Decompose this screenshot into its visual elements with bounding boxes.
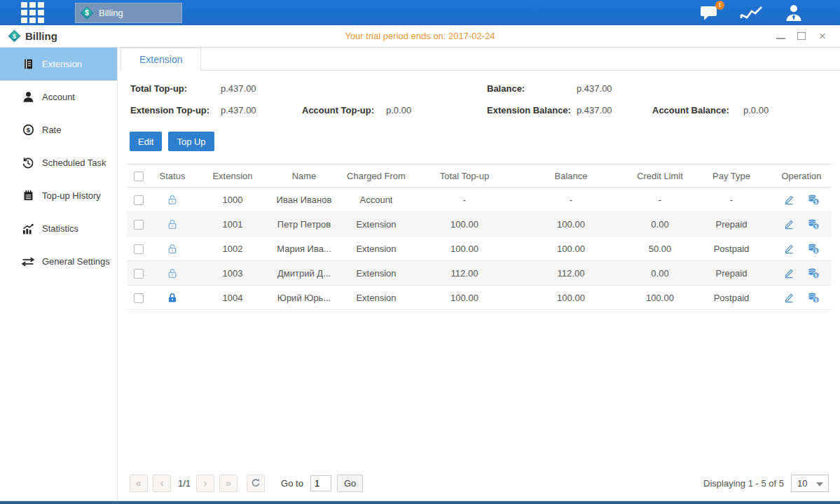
cell-extension: 1004 [194,293,271,303]
topup-coins-icon[interactable]: $ [807,218,820,230]
cell-charged-from: Extension [337,268,415,279]
table-row: 1000 Иван Иванов Account - - - - $ [127,188,832,212]
cell-name: Мария Ива... [271,244,337,254]
app-tab-billing[interactable]: $ Billing [75,3,182,23]
extension-balance-value: p.437.00 [577,104,652,117]
cell-extension: 1001 [194,219,271,230]
cell-charged-from: Extension [337,293,415,303]
billing-diamond-icon: $ [80,6,94,20]
cell-name: Юрий Юрь... [271,293,337,303]
sidebar-item-general-settings[interactable]: General Settings [0,245,117,278]
first-page-button[interactable]: « [130,475,148,492]
account-balance-value: p.0.00 [743,104,832,117]
topup-coins-icon[interactable]: $ [807,243,820,254]
user-icon[interactable] [784,4,804,22]
edit-pencil-icon[interactable] [783,292,794,303]
billing-app-window: $ Billing ! [0,0,840,504]
unlocked-icon [151,267,194,279]
stats-chart-icon [21,223,35,234]
go-button[interactable]: Go [337,475,363,492]
sidebar-item-statistics[interactable]: Statistics [0,212,117,245]
extension-balance-label: Extension Balance: [487,104,577,117]
prev-page-button[interactable]: ‹ [153,475,171,492]
cell-name: Дмитрий Д... [271,268,337,279]
col-name: Name [271,171,337,181]
table-row: 1003 Дмитрий Д... Extension 112.00 112.0… [127,261,832,286]
page-indicator: 1/1 [178,478,191,489]
cell-credit-limit: 0.00 [628,219,691,230]
topup-coins-icon[interactable]: $ [807,194,820,205]
unlocked-icon [151,218,194,230]
cell-total-topup: - [415,195,514,205]
edit-pencil-icon[interactable] [783,243,794,254]
svg-text:$: $ [26,126,30,134]
row-checkbox[interactable] [134,244,144,254]
edit-pencil-icon[interactable] [783,194,794,205]
account-balance-label: Account Balance: [652,104,743,117]
cell-pay-type: Prepaid [691,219,771,230]
row-checkbox[interactable] [134,220,144,230]
apps-grid-icon[interactable] [21,2,44,23]
notebook-icon [21,190,35,202]
cell-charged-from: Account [337,195,415,205]
cell-charged-from: Extension [337,219,415,230]
pagination-bar: « ‹ 1/1 › » Go to Go Displaying 1 - 5 of… [127,465,832,500]
edit-pencil-icon[interactable] [783,267,794,279]
table-row: 1002 Мария Ива... Extension 100.00 100.0… [127,237,832,261]
cell-pay-type: Postpaid [691,244,771,254]
goto-label: Go to [281,478,303,489]
svg-text:$: $ [85,9,89,17]
history-clock-icon [21,157,35,169]
cell-credit-limit: 50.00 [628,244,691,254]
sidebar-item-scheduled-task[interactable]: Scheduled Task [0,146,117,179]
cell-balance: - [514,195,628,205]
sidebar-item-label: Top-up History [42,190,101,201]
refresh-button[interactable] [247,475,265,492]
balance-summary: Total Top-up: p.437.00 Balance: p.437.00… [127,71,832,126]
window-title: Billing [25,30,57,42]
topup-coins-icon[interactable]: $ [807,267,820,279]
edit-pencil-icon[interactable] [783,218,794,230]
next-page-button[interactable]: › [196,475,214,492]
row-checkbox[interactable] [134,269,144,279]
account-topup-label: Account Top-up: [302,104,386,117]
page-size-value: 10 [797,478,807,489]
maximize-icon[interactable] [797,31,806,41]
person-icon [21,91,35,103]
col-total-topup: Total Top-up [415,171,514,181]
select-all-checkbox[interactable] [134,172,144,181]
account-topup-value: p.0.00 [386,104,487,117]
col-operation: Operation [771,171,832,181]
sidebar-item-extension[interactable]: Extension [0,48,117,80]
tab-extension[interactable]: Extension [121,48,201,71]
goto-page-input[interactable] [310,475,331,491]
main-content: Extension Total Top-up: p.437.00 Balance… [118,48,840,500]
close-icon[interactable]: × [818,31,827,41]
minimize-icon[interactable] [776,31,785,41]
locked-icon [151,292,194,304]
col-credit-limit: Credit Limit [628,171,691,181]
displaying-text: Displaying 1 - 5 of 5 [703,478,784,489]
topup-coins-icon[interactable]: $ [807,292,820,303]
sidebar-item-account[interactable]: Account [0,80,117,113]
row-checkbox[interactable] [134,195,144,205]
cell-total-topup: 112.00 [415,268,514,279]
total-topup-label: Total Top-up: [130,83,221,95]
messages-icon[interactable]: ! [700,5,719,21]
page-size-select[interactable]: 10 [791,475,829,492]
cell-credit-limit: - [628,195,691,205]
svg-text:$: $ [815,200,818,205]
top-up-button[interactable]: Top Up [168,132,214,151]
sliders-icon [21,257,35,267]
extension-topup-value: p.437.00 [221,104,302,117]
col-balance: Balance [514,171,628,181]
tab-strip: Extension [119,48,840,71]
row-checkbox[interactable] [134,293,144,303]
app-tab-label: Billing [99,8,123,18]
sidebar-item-topup-history[interactable]: Top-up History [0,179,117,212]
edit-button[interactable]: Edit [130,132,162,151]
svg-text:$: $ [815,248,818,254]
last-page-button[interactable]: » [219,475,237,492]
sidebar-item-rate[interactable]: $ Rate [0,113,117,146]
resource-monitor-icon[interactable] [740,4,763,21]
